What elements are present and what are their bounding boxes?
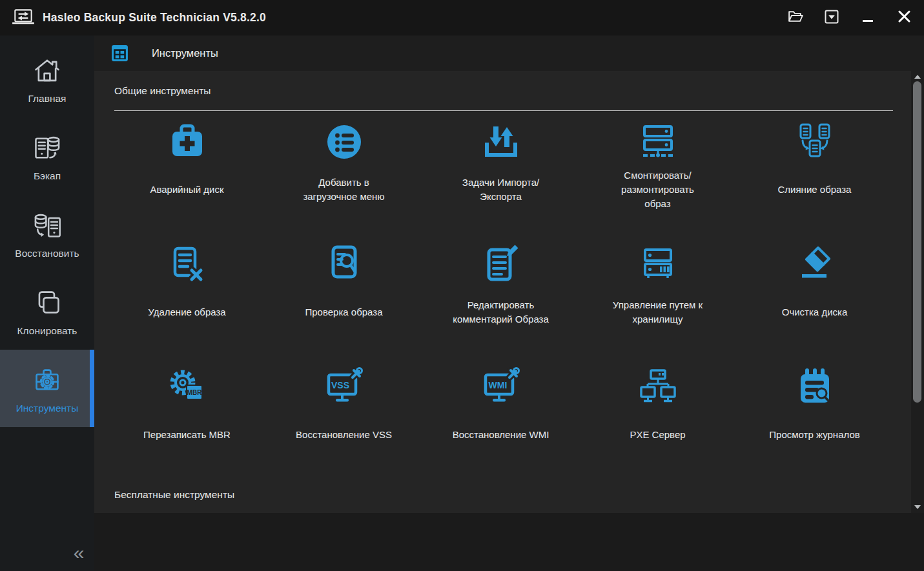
tools-scroll-area: Общие инструменты Аварийный диск	[94, 71, 924, 513]
tool-label: Смонтировать/размонтировать образ	[610, 168, 706, 212]
tool-vss-repair[interactable]: VSS Восс	[265, 357, 422, 480]
view-logs-icon	[794, 366, 836, 408]
tool-label: Очистка диска	[782, 290, 848, 334]
mount-image-icon	[637, 121, 679, 163]
sidebar-item-clone[interactable]: Клонировать	[0, 272, 94, 350]
minimize-icon	[863, 20, 873, 22]
tool-boot-menu[interactable]: Добавить в загрузочное меню	[265, 112, 422, 235]
sidebar-item-tools[interactable]: Инструменты	[0, 350, 94, 427]
tool-label: Перезаписать MBR	[143, 413, 231, 457]
pxe-server-icon	[637, 366, 679, 408]
sidebar-item-label: Главная	[28, 93, 67, 105]
bottom-strip	[94, 513, 924, 571]
tool-pxe-server[interactable]: PXE Сервер	[579, 357, 736, 480]
vertical-scrollbar[interactable]	[911, 71, 924, 513]
sidebar-item-home[interactable]: Главная	[0, 40, 94, 117]
close-icon	[898, 10, 910, 25]
tool-emergency-disk[interactable]: Аварийный диск	[108, 112, 265, 235]
restore-icon	[29, 208, 65, 242]
sidebar-item-backup[interactable]: Бэкап	[0, 117, 94, 195]
clone-icon	[29, 286, 65, 319]
import-export-icon	[480, 121, 522, 163]
tool-label: Управление путем к хранилищу	[598, 290, 717, 334]
tool-label: Восстановление VSS	[296, 413, 392, 457]
triangle-up-icon	[914, 75, 921, 79]
delete-image-icon	[167, 244, 208, 285]
storage-path-icon	[637, 244, 679, 285]
tool-delete-image[interactable]: Удаление образа	[108, 235, 265, 357]
tool-check-image[interactable]: Проверка образа	[265, 235, 422, 357]
tool-label: Задачи Импорта/Экспорта	[449, 168, 553, 212]
page-title: Инструменты	[152, 47, 218, 59]
window-title: Hasleo Backup Suite Technician V5.8.2.0	[43, 11, 266, 25]
scroll-down-button[interactable]	[911, 503, 924, 512]
collapse-sidebar-button[interactable]: «	[66, 543, 92, 566]
dropdown-box-icon	[825, 10, 839, 26]
main-area: Инструменты Общие инструменты А	[94, 35, 924, 571]
sidebar-item-restore[interactable]: Восстановить	[0, 195, 94, 272]
tool-label: Добавить в загрузочное меню	[296, 168, 393, 212]
tool-mount-image[interactable]: Смонтировать/размонтировать образ	[579, 112, 736, 235]
section-title-free: Бесплатные инструменты	[114, 489, 924, 501]
close-button[interactable]	[894, 8, 914, 28]
tools-grid-icon	[111, 45, 128, 62]
tool-wipe-disk[interactable]: Очистка диска	[736, 235, 893, 357]
svg-text:WMI: WMI	[488, 380, 507, 390]
selected-accent-bar	[90, 350, 94, 427]
tool-edit-comment[interactable]: Редактировать комментарий Образа	[422, 235, 579, 357]
merge-image-icon	[794, 121, 836, 163]
tool-label: Проверка образа	[305, 290, 382, 334]
tool-label: Удаление образа	[148, 290, 225, 334]
section-title-common: Общие инструменты	[114, 85, 924, 97]
wipe-disk-icon	[794, 244, 836, 285]
app-window: Hasleo Backup Suite Technician V5.8.2.0	[0, 0, 924, 571]
wmi-repair-icon: WMI	[480, 366, 522, 408]
tool-label: Просмотр журналов	[769, 413, 859, 457]
tool-rebuild-mbr[interactable]: MBR Перезаписать MBR	[108, 357, 265, 480]
edit-comment-icon	[480, 244, 522, 285]
home-icon	[29, 54, 65, 87]
titlebar: Hasleo Backup Suite Technician V5.8.2.0	[0, 0, 924, 35]
tool-view-logs[interactable]: Просмотр журналов	[736, 357, 893, 480]
svg-text:MBR: MBR	[187, 389, 202, 396]
sidebar-item-label: Бэкап	[34, 170, 61, 182]
menu-button[interactable]	[822, 8, 841, 28]
boot-menu-icon	[323, 121, 365, 163]
scrollbar-thumb[interactable]	[913, 81, 921, 403]
sidebar-item-label: Клонировать	[17, 325, 77, 337]
sidebar-item-label: Восстановить	[15, 248, 79, 259]
scroll-up-button[interactable]	[911, 72, 924, 81]
minimize-button[interactable]	[858, 8, 878, 28]
tool-import-export[interactable]: Задачи Импорта/Экспорта	[422, 112, 579, 235]
tool-storage-path[interactable]: Управление путем к хранилищу	[579, 235, 736, 357]
tool-label: Аварийный диск	[150, 168, 223, 212]
tool-label: PXE Сервер	[630, 413, 685, 457]
tool-label: Слияние образа	[778, 168, 852, 212]
sidebar: Главная Бэкап	[0, 35, 94, 571]
tool-label: Редактировать комментарий Образа	[444, 290, 557, 334]
sidebar-item-label: Инструменты	[16, 403, 79, 414]
vss-repair-icon: VSS	[323, 366, 365, 408]
backup-icon	[29, 131, 65, 165]
check-image-icon	[323, 244, 365, 285]
tool-wmi-repair[interactable]: WMI Восс	[422, 357, 579, 480]
tool-merge-image[interactable]: Слияние образа	[736, 112, 893, 235]
tool-label: Восстановление WMI	[453, 413, 549, 457]
emergency-disk-icon	[167, 121, 208, 163]
toolbox-icon	[29, 363, 65, 397]
rebuild-mbr-icon: MBR	[167, 366, 208, 408]
page-header: Инструменты	[94, 35, 924, 71]
laptop-sync-icon	[10, 8, 36, 28]
tools-grid: Аварийный диск Добавить в загрузочное ме…	[108, 112, 924, 480]
open-folder-button[interactable]	[786, 8, 805, 28]
section-divider	[114, 110, 893, 111]
svg-text:VSS: VSS	[331, 380, 349, 390]
triangle-down-icon	[914, 505, 921, 509]
folder-open-icon	[788, 10, 804, 26]
